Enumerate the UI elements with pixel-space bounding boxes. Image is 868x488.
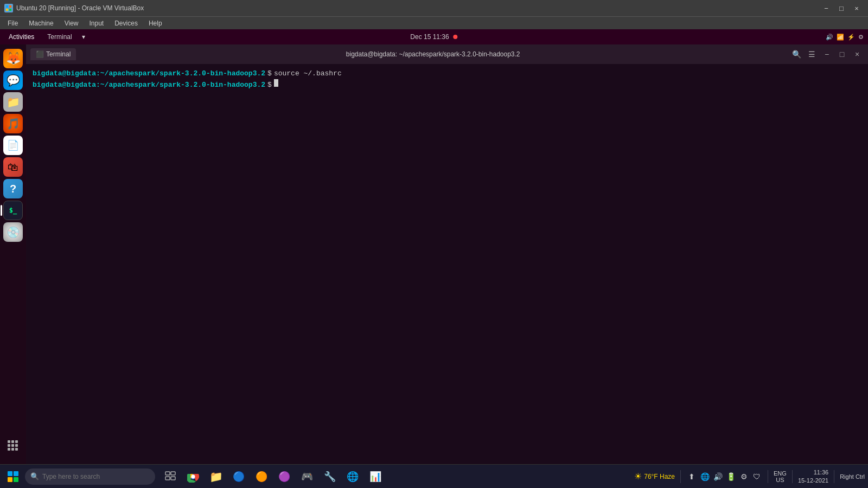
terminal-tab-icon: ⬛ [36, 50, 44, 58]
taskbar-taskview[interactable] [159, 467, 181, 486]
dock-music[interactable]: 🎵 [3, 114, 23, 133]
svg-rect-10 [8, 448, 10, 451]
terminal-maximize-button[interactable]: □ [835, 49, 848, 60]
dock-files[interactable]: 📁 [3, 92, 23, 112]
terminal-menu-arrow[interactable]: ▾ [78, 32, 90, 42]
divider-2 [768, 470, 768, 483]
activities-button[interactable]: Activities [4, 33, 39, 41]
start-button[interactable] [3, 467, 23, 486]
dock-cd[interactable]: 💿 [3, 222, 23, 242]
search-icon: 🔍 [30, 472, 39, 480]
prompt-path-1: bigdata@bigdata:~/apachespark/spark-3.2.… [33, 68, 265, 79]
taskbar-search[interactable]: 🔍 [25, 468, 155, 485]
clock-date: 15-12-2021 [798, 477, 828, 484]
vbox-title: Ubuntu 20 [Running] - Oracle VM VirtualB… [16, 4, 819, 12]
ubuntu-dock: 🦊 💬 📁 🎵 📄 [0, 44, 26, 464]
tray-network-icon[interactable]: 🔊 [826, 34, 833, 41]
dock-writer[interactable]: 📄 [3, 136, 23, 155]
close-button[interactable]: × [850, 2, 864, 14]
svg-rect-15 [165, 477, 170, 480]
menu-input[interactable]: Input [84, 18, 110, 28]
menu-help[interactable]: Help [143, 18, 168, 28]
terminal-title: bigdata@bigdata: ~/apachespark/spark-3.2… [76, 50, 790, 58]
ubuntu-clock: Dec 15 11:36 [410, 33, 457, 41]
tray-icon-5[interactable]: ⚙ [738, 471, 749, 482]
dock-appstore[interactable]: 🛍 [3, 157, 23, 177]
divider-4 [834, 470, 834, 483]
svg-rect-0 [6, 5, 8, 8]
prompt-path-2: bigdata@bigdata:~/apachespark/spark-3.2.… [33, 80, 265, 91]
svg-rect-1 [9, 5, 11, 8]
search-input[interactable] [42, 473, 150, 480]
tray-power-icon[interactable]: ⚡ [847, 34, 855, 41]
terminal-close-button[interactable]: × [851, 49, 864, 60]
menu-machine[interactable]: Machine [23, 18, 59, 28]
dock-messages[interactable]: 💬 [3, 70, 23, 90]
windows-logo-icon [8, 471, 18, 482]
svg-rect-4 [8, 440, 10, 443]
taskbar-app-3[interactable]: 🟣 [273, 467, 295, 486]
virtualbox-window: Ubuntu 20 [Running] - Oracle VM VirtualB… [0, 0, 868, 488]
notification-text[interactable]: Right Ctrl [840, 473, 865, 480]
taskbar-app-2[interactable]: 🟠 [251, 467, 272, 486]
dock-help[interactable]: ? [3, 179, 23, 198]
weather-text: 76°F Haze [644, 473, 675, 480]
taskbar-app-7[interactable]: 📊 [365, 467, 386, 486]
terminal-menu[interactable]: Terminal [43, 32, 76, 42]
clock-time: 11:36 [814, 468, 829, 476]
dock-firefox[interactable]: 🦊 [3, 49, 23, 68]
menu-file[interactable]: File [2, 18, 23, 28]
ubuntu-desktop: 🦊 💬 📁 🎵 📄 [0, 44, 868, 464]
tray-icon-2[interactable]: 🌐 [699, 471, 710, 482]
ubuntu-system-tray: 🔊 📶 ⚡ ⚙ [826, 34, 864, 41]
prompt-dollar-1: $ [267, 68, 272, 79]
menu-devices[interactable]: Devices [109, 18, 143, 28]
taskbar-explorer[interactable]: 📁 [205, 467, 227, 486]
svg-rect-8 [11, 444, 14, 447]
tray-settings-icon[interactable]: ⚙ [858, 34, 864, 41]
svg-point-18 [192, 474, 195, 478]
maximize-button[interactable]: □ [834, 2, 848, 14]
svg-rect-13 [165, 472, 170, 475]
terminal-window: ⬛ Terminal bigdata@bigdata: ~/apachespar… [26, 44, 868, 464]
taskbar-app-4[interactable]: 🎮 [296, 467, 318, 486]
terminal-cursor [274, 79, 278, 87]
taskbar-app-1[interactable]: 🔵 [228, 467, 250, 486]
command-1: source ~/.bashrc [274, 68, 342, 79]
vbox-window-controls: − □ × [819, 2, 864, 14]
svg-rect-9 [15, 444, 18, 447]
terminal-tab[interactable]: ⬛ Terminal [30, 48, 76, 60]
minimize-button[interactable]: − [819, 2, 833, 14]
tray-icon-3[interactable]: 🔊 [712, 471, 723, 482]
menu-view[interactable]: View [59, 18, 84, 28]
vbox-menubar: File Machine View Input Devices Help [0, 16, 868, 29]
terminal-menu-button[interactable]: ☰ [805, 49, 818, 60]
vbox-app-icon [4, 4, 13, 12]
tray-sound-icon[interactable]: 📶 [837, 34, 844, 41]
system-tray: ⬆ 🌐 🔊 🔋 ⚙ 🛡 [686, 471, 762, 482]
ubuntu-topbar: Activities Terminal ▾ Dec 15 11:36 🔊 📶 ⚡… [0, 29, 868, 44]
taskbar-chrome[interactable] [182, 467, 204, 486]
terminal-line-2: bigdata@bigdata:~/apachespark/spark-3.2.… [33, 79, 861, 91]
divider-1 [680, 470, 681, 483]
taskbar-app-5[interactable]: 🔧 [319, 467, 341, 486]
svg-rect-11 [11, 448, 14, 451]
ubuntu-app-menu: Terminal ▾ [43, 32, 89, 42]
svg-rect-6 [15, 440, 18, 443]
tray-icon-1[interactable]: ⬆ [686, 471, 697, 482]
language-indicator[interactable]: ENG US [774, 470, 787, 483]
divider-3 [792, 470, 793, 483]
taskbar-app-6[interactable]: 🌐 [342, 467, 363, 486]
terminal-content[interactable]: bigdata@bigdata:~/apachespark/spark-3.2.… [26, 64, 868, 464]
dock-terminal[interactable]: $_ [3, 201, 23, 220]
tray-icon-6[interactable]: 🛡 [751, 471, 762, 482]
terminal-minimize-button[interactable]: − [820, 49, 833, 60]
tray-icon-4[interactable]: 🔋 [725, 471, 736, 482]
weather-widget[interactable]: ☀ 76°F Haze [634, 471, 675, 481]
system-clock[interactable]: 11:36 15-12-2021 [798, 468, 828, 484]
svg-rect-7 [8, 444, 10, 447]
terminal-search-button[interactable]: 🔍 [790, 49, 803, 60]
dock-all-apps[interactable] [3, 436, 23, 455]
terminal-tab-label: Terminal [46, 50, 71, 58]
notification-dot [454, 35, 458, 39]
